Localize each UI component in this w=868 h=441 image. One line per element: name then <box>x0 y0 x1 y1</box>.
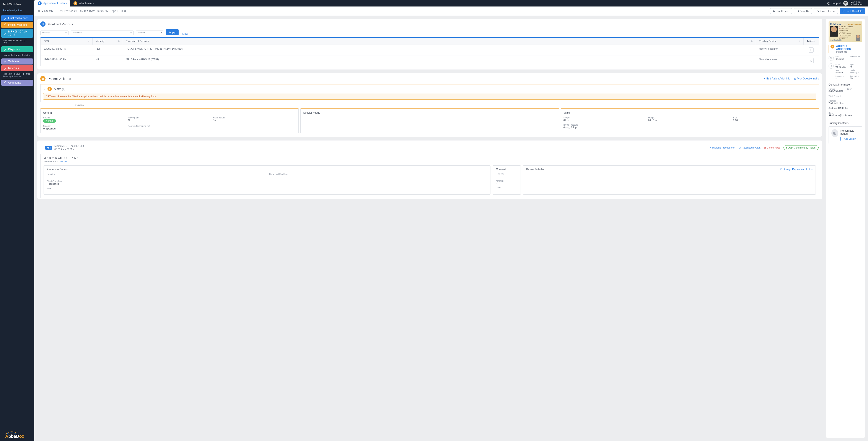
sidebar-item-techinfo[interactable]: Tech Info <box>1 59 33 65</box>
license-type: DRIVER LICENSE <box>848 23 861 25</box>
accession-link[interactable]: D25757 <box>59 160 67 163</box>
th-reading[interactable]: Reading Provider⇅ <box>756 38 804 44</box>
val-address1: 2570 24th Street <box>829 102 862 104</box>
edit-visit-link[interactable]: + Edit Patient Visit Info <box>764 77 790 80</box>
cancel-link[interactable]: Cancel Appt. <box>764 146 780 149</box>
chevron-down-icon[interactable]: ⌄ <box>41 146 43 149</box>
sidebar-item-visit[interactable]: Patient Visit Info <box>1 22 33 28</box>
list-icon[interactable] <box>829 63 834 69</box>
no-contacts-text: No contacts added <box>840 129 860 135</box>
label-home: Home # <box>829 88 844 90</box>
sidebar-label: MR • 08:30 AM • 30 mi <box>8 30 31 36</box>
plus-icon: + <box>710 146 711 149</box>
kebab-menu-icon[interactable]: ⋮ <box>860 44 862 47</box>
val-provider: -- <box>47 175 265 178</box>
label-sex: Sex <box>836 69 848 71</box>
add-contact-button[interactable]: + Add Contact <box>840 137 858 141</box>
alerts-accordion: ⌄ ! Alerts (1) CPT Alert: Please arrive … <box>40 84 819 102</box>
stray-number: 13,5729 <box>75 104 819 107</box>
sidebar-item-referrals[interactable]: Referrals <box>1 65 33 71</box>
sidebar-label: Diagnosis <box>8 48 20 51</box>
reschedule-link[interactable]: Reschedule Appt. <box>738 146 761 149</box>
tech-complete-button[interactable]: Tech Complete <box>840 8 865 14</box>
sidebar-sub-ref: RICHARD EMMETT , MD Referring Physician <box>0 72 34 79</box>
workflow-title: Tech Workflow <box>0 2 34 8</box>
filter-modality[interactable]: Modality ▾ <box>40 31 68 35</box>
sort-icon[interactable]: ⇅ <box>751 40 753 42</box>
cancel-icon <box>764 146 766 149</box>
sidebar-item-diagnosis[interactable]: Diagnosis <box>1 46 33 53</box>
sidebar-label: Comments <box>8 81 21 84</box>
val-pregnant: No <box>128 119 211 122</box>
contrast-panel: Contrast HCPCS -- Amount -- <box>493 165 521 195</box>
external-icon <box>797 10 799 12</box>
confirmed-chip: Appt Confirmed by Patient <box>783 145 818 150</box>
print-forms-button[interactable]: Print Forms <box>770 8 792 14</box>
svg-rect-0 <box>39 2 40 4</box>
print-icon <box>773 10 775 12</box>
val-home: (305) 555-0112 <box>829 90 844 93</box>
chevron-down-icon: ⌄ <box>43 87 45 90</box>
content-main[interactable]: Finalized Reports Modality ▾ Procedure ▾… <box>37 19 823 438</box>
open-eforms-button[interactable]: Open eForms <box>814 8 838 14</box>
procedure-name: MRI BRAIN WITHOUT (70551) <box>43 157 816 160</box>
sidebar-item-comments[interactable]: Comments <box>1 80 33 86</box>
sidebar-item-finalized[interactable]: Finalized Reports <box>1 15 33 21</box>
label-translator: Translator <box>850 75 862 77</box>
sort-icon[interactable]: ⇅ <box>799 40 800 42</box>
val-source: -- <box>128 127 296 130</box>
assign-payers-link[interactable]: Assign Payers and Auths <box>780 168 812 171</box>
dpanel-title: Procedure Details <box>47 168 67 171</box>
svg-point-17 <box>834 133 835 133</box>
btn-label: Print Forms <box>777 10 789 12</box>
plus-icon: + <box>764 77 765 80</box>
special-panel: Special Needs <box>300 108 559 133</box>
tab-attachments[interactable]: Attachments <box>70 0 97 6</box>
apply-button[interactable]: Apply <box>166 29 179 35</box>
panel-title: Special Needs <box>303 111 556 114</box>
val-age: 46 <box>850 66 862 68</box>
manage-procedure-link[interactable]: + Manage Procedure(s) <box>710 146 735 149</box>
td-read: Nancy Henderson <box>756 45 804 55</box>
filter-provider[interactable]: Provider ▾ <box>136 31 164 35</box>
contact-info-title: Contact Information <box>829 83 862 86</box>
panel-title: General <box>43 111 296 114</box>
val-bmi: 0.00 <box>733 119 816 122</box>
sort-icon[interactable]: ⇅ <box>118 40 120 42</box>
report-icon <box>40 22 45 27</box>
history-icon[interactable] <box>829 56 834 61</box>
th-procedure[interactable]: Procedure & Services⇅ <box>123 38 756 44</box>
support-link[interactable]: Support <box>827 2 841 5</box>
table-row: 12/20/2023 02:00 PM PET PET/CT SKULL TO … <box>40 45 819 56</box>
btn-label: Open eForms <box>820 10 835 12</box>
label-source: Source (Scheduled by) <box>128 125 296 127</box>
val-height: 0 ft, 0 in <box>648 119 731 122</box>
clear-link[interactable]: Clear <box>181 32 190 35</box>
alerts-toggle[interactable]: ⌄ ! Alerts (1) <box>43 87 816 91</box>
lock-icon <box>40 76 45 81</box>
status-dot-icon <box>786 147 787 148</box>
td-mod: PET <box>93 45 123 55</box>
ctx-date: 12/21/2023 <box>60 9 77 12</box>
label-note: Note <box>47 187 265 190</box>
view-rx-button[interactable]: View Rx <box>794 8 812 14</box>
tab-appointment-details[interactable]: Appointment Details <box>34 0 70 6</box>
ref-name: RICHARD EMMETT , MD <box>3 73 32 75</box>
th-modality[interactable]: Modality⇅ <box>93 38 123 44</box>
appid-value: 888 <box>122 9 126 12</box>
row-action-button[interactable] <box>809 47 814 53</box>
alert-icon: ! <box>48 87 52 91</box>
sidebar-item-mr[interactable]: MR • 08:30 AM • 30 mi <box>1 29 33 38</box>
th-dos[interactable]: DOS⇅ <box>40 38 93 44</box>
questionnaire-link[interactable]: Visit Questionnaire <box>794 77 819 80</box>
svg-point-15 <box>832 46 833 46</box>
filter-procedure[interactable]: Procedure ▾ <box>71 31 133 35</box>
payers-panel: Payers & Auths Assign Payers and Auths <box>523 165 816 195</box>
user-avatar[interactable]: MS <box>843 1 848 6</box>
dpanel-title: Contrast <box>496 168 506 171</box>
procedure-details-panel: Procedure Details Provider -- Body Part … <box>43 165 491 195</box>
page-nav-heading: Page Navigation <box>0 8 34 14</box>
location-text: Miami MR 3T <box>41 9 57 12</box>
sort-icon[interactable]: ⇅ <box>88 40 89 42</box>
row-action-button[interactable] <box>809 58 814 63</box>
